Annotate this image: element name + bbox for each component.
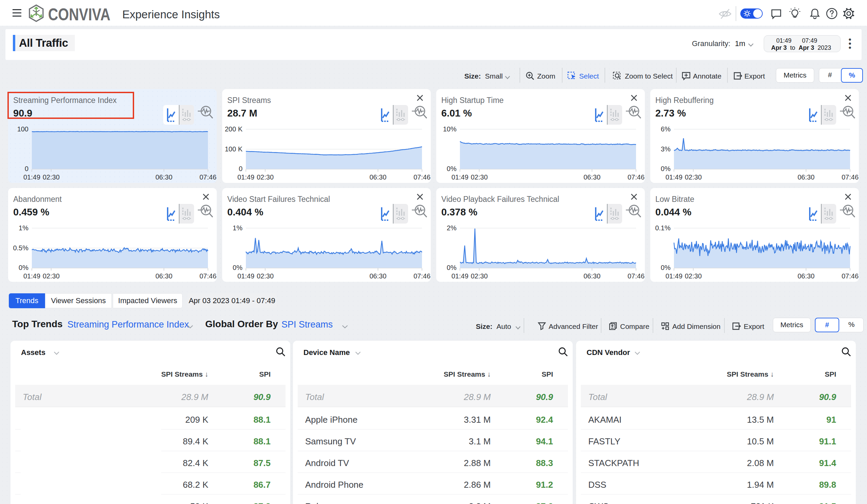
svg-text:06:30: 06:30 xyxy=(584,173,600,181)
svg-text:01:49: 01:49 xyxy=(665,173,683,181)
svg-text:0.1%: 0.1% xyxy=(655,224,671,232)
svg-text:07:46: 07:46 xyxy=(842,272,858,280)
svg-text:07:46: 07:46 xyxy=(628,272,644,280)
svg-text:01:49: 01:49 xyxy=(665,272,683,280)
svg-text:0%: 0% xyxy=(19,264,29,271)
svg-text:06:30: 06:30 xyxy=(798,272,814,280)
svg-text:07:46: 07:46 xyxy=(414,272,430,280)
svg-text:1%: 1% xyxy=(19,224,29,232)
svg-text:3%: 3% xyxy=(661,145,671,153)
svg-text:07:46: 07:46 xyxy=(200,272,216,280)
svg-text:200 K: 200 K xyxy=(225,125,243,133)
svg-text:02:30: 02:30 xyxy=(471,272,488,280)
svg-text:100 K: 100 K xyxy=(225,145,243,153)
svg-text:10%: 10% xyxy=(443,125,457,133)
svg-text:07:46: 07:46 xyxy=(414,173,430,181)
svg-text:0%: 0% xyxy=(661,264,671,271)
svg-text:0: 0 xyxy=(25,165,29,172)
svg-text:01:49: 01:49 xyxy=(451,272,468,280)
svg-text:01:49: 01:49 xyxy=(237,272,254,280)
svg-text:0%: 0% xyxy=(661,165,671,172)
svg-text:01:49: 01:49 xyxy=(23,272,40,280)
svg-text:02:30: 02:30 xyxy=(471,173,488,181)
svg-text:02:30: 02:30 xyxy=(257,272,274,280)
svg-text:02:30: 02:30 xyxy=(685,272,702,280)
svg-text:06:30: 06:30 xyxy=(798,173,814,181)
svg-text:02:30: 02:30 xyxy=(43,173,60,181)
svg-text:02:30: 02:30 xyxy=(685,173,702,181)
svg-text:06:30: 06:30 xyxy=(156,272,172,280)
svg-text:1%: 1% xyxy=(233,224,243,232)
svg-text:100: 100 xyxy=(17,125,29,133)
svg-text:0%: 0% xyxy=(233,264,243,271)
svg-text:0.5%: 0.5% xyxy=(13,244,29,252)
svg-text:06:30: 06:30 xyxy=(584,272,600,280)
svg-text:01:49: 01:49 xyxy=(237,173,254,181)
svg-text:06:30: 06:30 xyxy=(156,173,172,181)
svg-text:07:46: 07:46 xyxy=(628,173,644,181)
svg-text:02:30: 02:30 xyxy=(257,173,274,181)
svg-text:06:30: 06:30 xyxy=(370,173,386,181)
svg-text:06:30: 06:30 xyxy=(370,272,386,280)
svg-text:02:30: 02:30 xyxy=(43,272,60,280)
svg-text:0%: 0% xyxy=(447,165,457,172)
svg-text:2%: 2% xyxy=(447,224,457,232)
svg-text:01:49: 01:49 xyxy=(23,173,40,181)
svg-text:0%: 0% xyxy=(447,264,457,271)
svg-text:01:49: 01:49 xyxy=(451,173,468,181)
svg-text:6%: 6% xyxy=(661,125,671,133)
svg-text:0: 0 xyxy=(239,165,243,172)
svg-text:07:46: 07:46 xyxy=(200,173,216,181)
svg-text:07:46: 07:46 xyxy=(842,173,858,181)
